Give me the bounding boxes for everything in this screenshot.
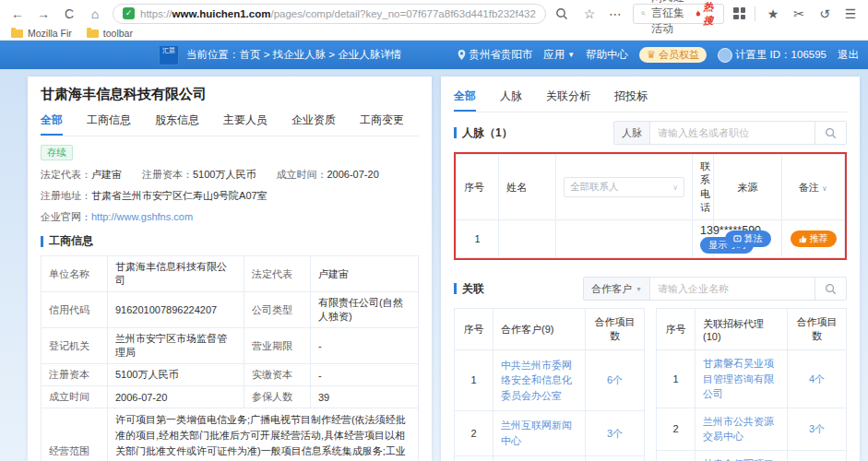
security-shield-icon[interactable]: ✓ [123, 7, 135, 19]
tab-all-relations[interactable]: 全部 [454, 86, 476, 112]
company-link[interactable]: 兰州互联网新闻中心 [493, 411, 586, 456]
address-value: 甘肃省兰州市安宁区仁寿山9号院A07室 [91, 190, 268, 201]
section-business-info: 工商信息 [41, 233, 419, 249]
table-row: 登记机关 兰州市安宁区市场监督管理局 营业期限 - [42, 328, 419, 364]
avatar [718, 48, 732, 63]
table-row: 3兰州市大数据管理局3个 [455, 455, 645, 461]
tab-relation-analysis[interactable]: 关联分析 [546, 86, 590, 112]
home-icon[interactable]: ⌂ [87, 6, 103, 21]
tab-key-people[interactable]: 主要人员 [223, 110, 268, 136]
business-info-table: 单位名称 甘肃海丰信息科技有限公司 法定代表 卢建宙 信用代码 91620100… [41, 255, 419, 461]
forward-icon[interactable]: → [35, 6, 52, 21]
project-count-link[interactable]: 3个 [788, 408, 847, 450]
table-row: 成立时间 2006-07-20 参保人数 39 [42, 386, 419, 408]
company-website-line: 企业官网：http://www.gshfns.com [41, 210, 419, 224]
table-row: 信用代码 916201007896224207 公司类型 有限责任公司(自然人独… [42, 292, 419, 328]
table-row: 2兰州市公共资源交易中心3个 [657, 408, 847, 450]
founded-date-value: 2006-07-20 [327, 169, 378, 180]
reg-capital-value: 5100万人民币 [193, 169, 256, 180]
chevron-down-icon: ∨ [672, 183, 678, 192]
search-icon [825, 283, 837, 295]
tab-all[interactable]: 全部 [41, 110, 63, 136]
back-icon[interactable]: ← [9, 6, 26, 21]
chevron-down-icon: ▼ [636, 286, 642, 292]
apps-menu[interactable]: 应用▼ [543, 48, 575, 62]
company-link[interactable]: 甘肃磐石昊业项目管理咨询有限公司 [696, 350, 788, 408]
chevron-down-icon[interactable]: ∨ [822, 184, 827, 193]
contacts-searchbox: 人脉 [613, 121, 847, 145]
section-contacts-title: 人脉（1） [454, 125, 513, 141]
contacts-search-input[interactable] [650, 122, 814, 144]
favorite-add-icon[interactable]: ★ [765, 6, 781, 21]
source-badge: 算法 [725, 230, 771, 247]
url-text: https://www.huichen1.com/pages/comp/deta… [140, 8, 536, 19]
user-account[interactable]: 计置里 ID：106595 [718, 48, 826, 63]
assoc-searchbox: 合作客户▼ [583, 277, 847, 301]
more-options-icon[interactable]: ⋯ [607, 6, 624, 21]
browser-toolbar: ← → C ⌂ ✓ https://www.huichen1.com/pages… [0, 0, 868, 27]
quick-search-box[interactable]: 网民建言征集活动 热搜 [633, 4, 724, 24]
breadcrumb: 当前位置：首页 > 找企业人脉 > 企业人脉详情 [186, 48, 401, 62]
tab-bidding[interactable]: 招投标 [614, 86, 648, 112]
bookmark-folder-toolbar[interactable]: toolbar [87, 28, 133, 39]
page-title: 甘肃海丰信息科技有限公司 [41, 86, 419, 103]
assoc-search-input[interactable] [650, 278, 814, 300]
table-row: 1 139*****590 显示号码 算法 [457, 220, 845, 258]
tab-changes[interactable]: 工商变更 [360, 110, 404, 136]
bookmark-star-icon[interactable]: ☆ [581, 6, 598, 21]
thumbs-up-icon [799, 235, 807, 243]
assoc-section-header: 关联 合作客户▼ [454, 277, 847, 301]
help-center-link[interactable]: 帮助中心 [586, 48, 628, 62]
assoc-search-prefix[interactable]: 合作客户▼ [584, 278, 650, 300]
vip-benefits-button[interactable]: ♛ 会员权益 [639, 47, 707, 63]
company-tabs: 全部 工商信息 股东信息 主要人员 企业资质 工商变更 [41, 110, 419, 136]
company-link[interactable]: 兰州市大数据管理局 [493, 455, 586, 461]
contact-filter-dropdown[interactable]: 全部联系人∨ [564, 177, 684, 197]
bookmark-folder-mozilla[interactable]: Mozilla Fir [11, 28, 72, 39]
table-row: 1甘肃磐石昊业项目管理咨询有限公司4个 [657, 350, 847, 408]
company-link[interactable]: 兰州市公共资源交易中心 [696, 408, 788, 450]
reload-icon[interactable]: C [61, 6, 77, 21]
contacts-table-annotation-box: 序号 姓名 全部联系人∨ 联系电话 来源 备注 ∨ 1 [454, 152, 847, 260]
location-selector[interactable]: 贵州省贵阳市 [458, 48, 532, 62]
company-link[interactable]: 中共兰州市委网络安全和信息化委员会办公室 [493, 350, 586, 411]
address-bar[interactable]: ✓ https://www.huichen1.com/pages/comp/de… [113, 4, 546, 24]
business-scope-cell: 许可项目第一类增值电信业务;广播电视节目制作经营(依法须经批准的项目,经相关部门… [108, 408, 419, 461]
contacts-search-prefix[interactable]: 人脉 [614, 122, 650, 144]
project-count-link[interactable]: 3个 [586, 455, 645, 461]
website-link[interactable]: http://www.gshfns.com [91, 211, 193, 222]
zoom-icon[interactable] [555, 7, 572, 20]
company-detail-panel: 甘肃海丰信息科技有限公司 全部 工商信息 股东信息 主要人员 企业资质 工商变更… [28, 77, 432, 461]
project-count-link[interactable]: 3个 [586, 411, 645, 456]
company-link[interactable]: 甘肃金佰阳项目管理有限公司 [696, 450, 788, 461]
tab-contacts[interactable]: 人脉 [500, 86, 522, 112]
undo-icon[interactable]: ↺ [816, 6, 833, 21]
menu-icon[interactable]: ☰ [842, 6, 859, 21]
project-count-link[interactable]: 6个 [586, 350, 645, 411]
table-row: 3甘肃金佰阳项目管理有限公司3个 [657, 450, 847, 461]
project-count-link[interactable]: 3个 [788, 450, 847, 461]
search-icon [641, 8, 646, 18]
folder-icon [87, 30, 99, 38]
assoc-tables: 序号 合作客户(9) 合作项目数 1中共兰州市委网络安全和信息化委员会办公室6个… [454, 308, 847, 461]
scissors-icon[interactable]: ✂ [791, 6, 807, 21]
site-logo[interactable]: 汇晨 [159, 45, 179, 65]
assoc-search-button[interactable] [814, 278, 846, 300]
tab-business-info[interactable]: 工商信息 [87, 110, 131, 136]
hot-search-badge: 热搜 [696, 0, 716, 28]
partners-table: 序号 合作客户(9) 合作项目数 1中共兰州市委网络安全和信息化委员会办公室6个… [454, 308, 645, 461]
logout-link[interactable]: 退出 [838, 48, 859, 62]
flame-icon [696, 8, 701, 18]
tab-shareholders[interactable]: 股东信息 [155, 110, 199, 136]
status-badge: 存续 [41, 145, 73, 160]
table-header-row: 序号 合作客户(9) 合作项目数 [455, 309, 645, 350]
quick-search-text: 网民建言征集活动 [651, 0, 691, 37]
location-pin-icon [458, 50, 466, 60]
apps-grid-icon[interactable] [733, 7, 745, 19]
bookmarks-bar: Mozilla Fir toolbar [0, 27, 868, 41]
contacts-search-button[interactable] [814, 122, 846, 144]
tab-qualifications[interactable]: 企业资质 [291, 110, 336, 136]
project-count-link[interactable]: 4个 [788, 350, 847, 408]
relations-panel: 全部 人脉 关联分析 招投标 人脉（1） 人脉 序号 姓名 [441, 77, 860, 461]
table-row: 1中共兰州市委网络安全和信息化委员会办公室6个 [455, 350, 645, 411]
